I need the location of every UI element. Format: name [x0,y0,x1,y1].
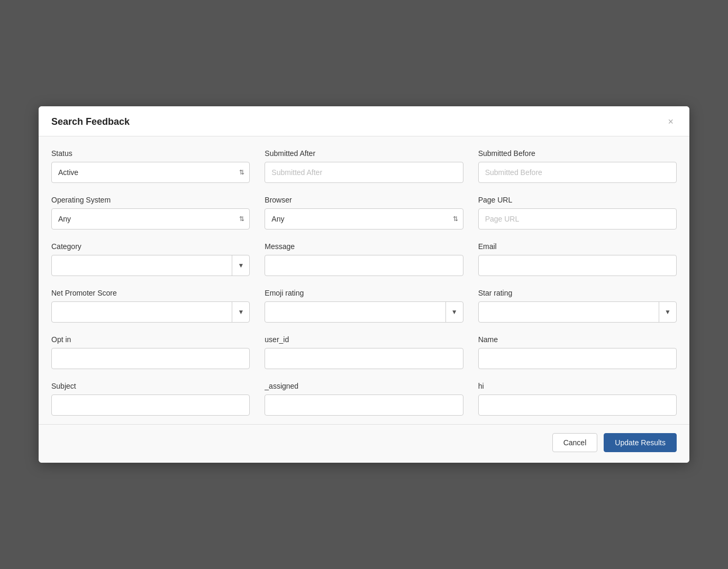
modal-body: Status Active Inactive All ⇅ Submitted A… [39,136,689,424]
email-group: Email [478,242,677,276]
hi-group: hi [478,382,677,416]
star-rating-input[interactable] [479,302,659,322]
status-select[interactable]: Active Inactive All [51,162,250,183]
submitted-before-label: Submitted Before [478,149,677,158]
opt-in-input[interactable] [51,348,250,369]
browser-group: Browser Any Chrome Firefox Safari Edge ⇅ [265,196,463,230]
form-grid: Status Active Inactive All ⇅ Submitted A… [51,149,677,416]
submitted-after-label: Submitted After [265,149,463,158]
os-group: Operating System Any Windows macOS Linux… [51,196,250,230]
submitted-before-input[interactable] [478,162,677,183]
assigned-input[interactable] [265,394,463,416]
nps-input[interactable] [52,302,232,322]
page-url-label: Page URL [478,196,677,204]
os-select[interactable]: Any Windows macOS Linux iOS Android [51,208,250,230]
hi-label: hi [478,382,677,390]
assigned-label: _assigned [265,382,463,390]
category-label: Category [51,242,250,251]
page-url-group: Page URL [478,196,677,230]
message-input[interactable] [265,255,463,276]
submitted-before-group: Submitted Before [478,149,677,183]
subject-input[interactable] [51,394,250,416]
name-label: Name [478,335,677,344]
star-rating-label: Star rating [478,289,677,297]
assigned-group: _assigned [265,382,463,416]
status-label: Status [51,149,250,158]
email-input[interactable] [478,255,677,276]
emoji-rating-label: Emoji rating [265,289,463,297]
submitted-after-group: Submitted After [265,149,463,183]
category-dropdown: ▼ [51,255,250,276]
page-url-input[interactable] [478,208,677,230]
subject-group: Subject [51,382,250,416]
close-button[interactable]: × [665,116,677,127]
nps-group: Net Promoter Score ▼ [51,289,250,323]
star-rating-group: Star rating ▼ [478,289,677,323]
nps-label: Net Promoter Score [51,289,250,297]
nps-dropdown: ▼ [51,301,250,323]
emoji-rating-dropdown-button[interactable]: ▼ [445,302,463,322]
user-id-group: user_id [265,335,463,369]
star-rating-dropdown: ▼ [478,301,677,323]
user-id-label: user_id [265,335,463,344]
status-select-wrapper: Active Inactive All ⇅ [51,162,250,183]
message-label: Message [265,242,463,251]
nps-dropdown-button[interactable]: ▼ [232,302,249,322]
emoji-rating-dropdown: ▼ [265,301,463,323]
user-id-input[interactable] [265,348,463,369]
category-input[interactable] [52,255,232,276]
email-label: Email [478,242,677,251]
os-label: Operating System [51,196,250,204]
update-results-button[interactable]: Update Results [604,433,677,452]
category-dropdown-button[interactable]: ▼ [232,255,249,276]
modal-title: Search Feedback [51,116,130,127]
opt-in-label: Opt in [51,335,250,344]
subject-label: Subject [51,382,250,390]
message-group: Message [265,242,463,276]
star-rating-dropdown-button[interactable]: ▼ [659,302,676,322]
hi-input[interactable] [478,394,677,416]
emoji-rating-group: Emoji rating ▼ [265,289,463,323]
browser-label: Browser [265,196,463,204]
opt-in-group: Opt in [51,335,250,369]
cancel-button[interactable]: Cancel [552,433,598,452]
name-group: Name [478,335,677,369]
modal-header: Search Feedback × [39,106,689,136]
submitted-after-input[interactable] [265,162,463,183]
modal-footer: Cancel Update Results [39,424,689,463]
name-input[interactable] [478,348,677,369]
search-feedback-modal: Search Feedback × Status Active Inactive… [39,106,689,463]
browser-select[interactable]: Any Chrome Firefox Safari Edge [265,208,463,230]
os-select-wrapper: Any Windows macOS Linux iOS Android ⇅ [51,208,250,230]
status-group: Status Active Inactive All ⇅ [51,149,250,183]
emoji-rating-input[interactable] [265,302,445,322]
category-group: Category ▼ [51,242,250,276]
browser-select-wrapper: Any Chrome Firefox Safari Edge ⇅ [265,208,463,230]
